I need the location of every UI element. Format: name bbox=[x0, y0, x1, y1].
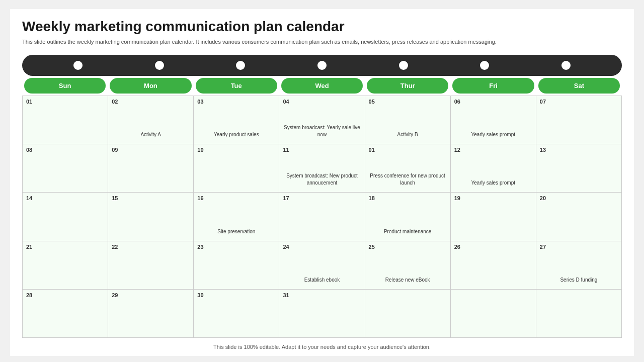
cell-date: 12 bbox=[454, 147, 460, 153]
cell-date: 21 bbox=[26, 244, 32, 250]
cell-date: 11 bbox=[283, 147, 289, 153]
timeline-dot-1 bbox=[73, 61, 83, 70]
table-row bbox=[536, 290, 622, 338]
table-row: 24Establish ebook bbox=[279, 241, 365, 290]
cell-content: Release new eBook bbox=[369, 277, 447, 284]
cell-date: 09 bbox=[112, 147, 118, 153]
cell-content: Yearly sales prompt bbox=[454, 179, 532, 187]
table-row: 02Activity A bbox=[108, 96, 194, 144]
cell-date: 23 bbox=[197, 244, 203, 250]
cell-date: 05 bbox=[369, 99, 375, 105]
table-row: 17 bbox=[279, 193, 365, 241]
cell-date: 30 bbox=[197, 292, 203, 298]
table-row: 04System broadcast: Yearly sale live now bbox=[279, 96, 365, 144]
table-row: 05Activity B bbox=[365, 96, 451, 144]
cell-date: 17 bbox=[283, 195, 289, 201]
day-header-wed: Wed bbox=[281, 78, 363, 94]
table-row: 14 bbox=[23, 193, 108, 241]
footer-note: This slide is 100% editable. Adapt it to… bbox=[22, 342, 622, 350]
table-row: 11System broadcast: New product annoucem… bbox=[279, 144, 365, 193]
table-row: 13 bbox=[536, 144, 622, 193]
cell-date: 02 bbox=[112, 99, 118, 105]
subtitle: This slide outlines the weekly marketing… bbox=[22, 38, 622, 46]
table-row: 15 bbox=[108, 193, 194, 241]
cell-content: System broadcast: Yearly sale live now bbox=[283, 124, 361, 138]
cell-date: 07 bbox=[540, 99, 546, 105]
table-row: 31 bbox=[279, 290, 365, 338]
cell-date: 24 bbox=[283, 244, 289, 250]
table-row: 26 bbox=[451, 241, 536, 290]
cell-date: 28 bbox=[26, 292, 32, 298]
timeline-dot-7 bbox=[561, 61, 571, 70]
table-row: 25Release new eBook bbox=[365, 241, 451, 290]
timeline-dot-3 bbox=[236, 61, 245, 70]
cell-date: 15 bbox=[112, 195, 118, 201]
table-row: 19 bbox=[451, 193, 536, 241]
day-headers: SunMonTueWedThurFriSat bbox=[22, 76, 622, 94]
cell-content: System broadcast: New product annoucemen… bbox=[283, 172, 361, 187]
table-row: 12Yearly sales prompt bbox=[451, 144, 536, 193]
cell-date: 10 bbox=[197, 147, 203, 153]
table-row bbox=[365, 290, 451, 338]
table-row: 21 bbox=[23, 241, 108, 290]
cell-content: Press conference for new product launch bbox=[369, 172, 447, 187]
table-row: 07 bbox=[536, 96, 622, 144]
table-row: 03Yearly product sales bbox=[194, 96, 279, 144]
table-row: 20 bbox=[536, 193, 622, 241]
timeline-dot-4 bbox=[317, 61, 327, 70]
cell-content: Establish ebook bbox=[283, 277, 361, 284]
table-row: 28 bbox=[23, 290, 108, 338]
cell-content: Site preservation bbox=[197, 228, 275, 235]
cell-content: Yearly sales prompt bbox=[454, 131, 532, 138]
cell-date: 26 bbox=[454, 244, 460, 250]
cell-date: 16 bbox=[197, 195, 203, 201]
cell-content: Series D funding bbox=[540, 277, 618, 284]
cell-date: 08 bbox=[26, 147, 32, 153]
cell-date: 06 bbox=[454, 99, 460, 105]
calendar-grid: 0102Activity A03Yearly product sales04Sy… bbox=[22, 96, 622, 338]
cell-date: 31 bbox=[283, 292, 289, 298]
table-row bbox=[451, 290, 536, 338]
cell-content: Activity A bbox=[112, 131, 190, 138]
table-row: 22 bbox=[108, 241, 194, 290]
page-title: Weekly marketing communication plan cale… bbox=[22, 18, 622, 35]
cell-date: 01 bbox=[369, 147, 375, 153]
table-row: 29 bbox=[108, 290, 194, 338]
cell-date: 04 bbox=[283, 99, 289, 105]
cell-content: Activity B bbox=[369, 131, 447, 138]
day-header-sun: Sun bbox=[24, 78, 106, 94]
cell-date: 20 bbox=[540, 195, 546, 201]
table-row: 06Yearly sales prompt bbox=[451, 96, 536, 144]
day-header-thur: Thur bbox=[367, 78, 448, 94]
table-row: 01Press conference for new product launc… bbox=[365, 144, 451, 193]
cell-date: 14 bbox=[26, 195, 32, 201]
day-header-sat: Sat bbox=[538, 78, 620, 94]
timeline-dot-2 bbox=[155, 61, 164, 70]
cell-date: 25 bbox=[369, 244, 375, 250]
cell-date: 18 bbox=[369, 195, 375, 201]
table-row: 08 bbox=[23, 144, 108, 193]
table-row: 18Product maintenance bbox=[365, 193, 451, 241]
table-row: 01 bbox=[23, 96, 108, 144]
slide-container: Weekly marketing communication plan cale… bbox=[10, 9, 634, 356]
table-row: 27Series D funding bbox=[536, 241, 622, 290]
table-row: 09 bbox=[108, 144, 194, 193]
day-header-fri: Fri bbox=[452, 78, 534, 94]
day-header-mon: Mon bbox=[110, 78, 191, 94]
table-row: 10 bbox=[194, 144, 279, 193]
cell-content: Yearly product sales bbox=[197, 131, 275, 138]
cell-date: 29 bbox=[112, 292, 118, 298]
cell-date: 01 bbox=[26, 99, 32, 105]
cell-date: 03 bbox=[197, 99, 203, 105]
cell-date: 13 bbox=[540, 147, 546, 153]
timeline-dot-6 bbox=[480, 61, 489, 70]
table-row: 30 bbox=[194, 290, 279, 338]
table-row: 16Site preservation bbox=[194, 193, 279, 241]
day-header-tue: Tue bbox=[196, 78, 277, 94]
cell-date: 27 bbox=[540, 244, 546, 250]
table-row: 23 bbox=[194, 241, 279, 290]
cell-content: Product maintenance bbox=[369, 228, 447, 235]
timeline-dot-5 bbox=[399, 61, 408, 70]
timeline-bar bbox=[22, 55, 622, 76]
cell-date: 19 bbox=[454, 195, 460, 201]
